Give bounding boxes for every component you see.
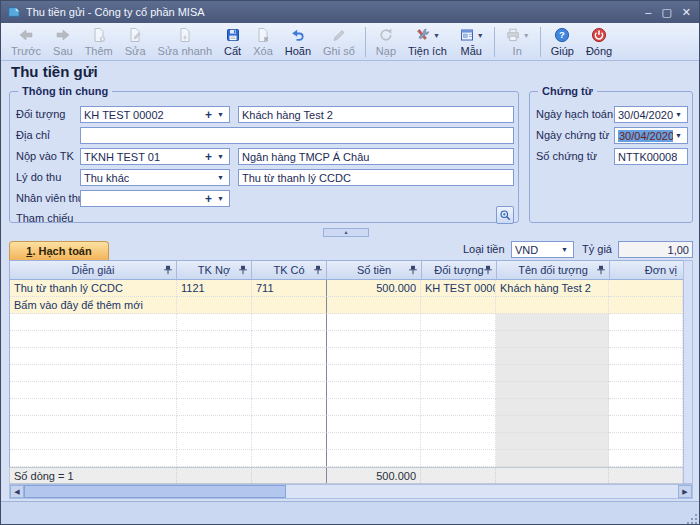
grid-cell[interactable] — [10, 450, 177, 467]
grid-cell[interactable] — [10, 382, 177, 399]
reference-zoom-button[interactable] — [496, 206, 514, 224]
grid-cell[interactable] — [252, 297, 327, 314]
grid-cell[interactable] — [496, 314, 609, 331]
grid-cell[interactable] — [609, 382, 683, 399]
grid-cell[interactable] — [496, 433, 609, 450]
grid-cell[interactable] — [326, 297, 421, 314]
grid-cell[interactable] — [421, 399, 496, 416]
nop-vao-tk-combo[interactable]: TKNH TEST 01 + ▼ — [80, 148, 230, 165]
sua-nhanh-button[interactable]: Sửa nhanh — [152, 24, 218, 60]
column-header-2[interactable]: TK Có — [252, 261, 327, 279]
grid-cell[interactable]: 1121 — [177, 280, 252, 297]
grid-cell[interactable] — [326, 331, 421, 348]
ty-gia-input[interactable]: 1,00 — [618, 241, 693, 258]
grid-cell[interactable] — [326, 365, 421, 382]
hoan-button[interactable]: Hoãn — [279, 24, 317, 60]
dropdown-arrow-icon[interactable]: ▼ — [433, 32, 440, 39]
collapse-panel-button[interactable]: ▲ — [323, 228, 369, 237]
grid-cell[interactable] — [326, 433, 421, 450]
grid-cell[interactable] — [177, 331, 252, 348]
tien-ich-button[interactable]: ▼Tiện ích — [402, 24, 453, 60]
grid-cell[interactable] — [10, 433, 177, 450]
grid-cell[interactable]: Bấm vào đây để thêm mới — [10, 297, 177, 314]
grid-cell[interactable] — [609, 416, 683, 433]
sua-button[interactable]: Sửa — [119, 24, 152, 60]
pushpin-icon[interactable] — [596, 265, 606, 275]
chevron-down-icon[interactable]: ▼ — [673, 132, 684, 139]
grid-cell[interactable] — [177, 314, 252, 331]
truoc-button[interactable]: Trước — [5, 24, 47, 60]
grid-cell[interactable] — [496, 382, 609, 399]
grid-cell[interactable] — [326, 314, 421, 331]
grid-cell[interactable] — [421, 314, 496, 331]
grid-cell[interactable] — [326, 416, 421, 433]
grid-cell[interactable] — [609, 399, 683, 416]
chevron-down-icon[interactable]: ▼ — [673, 111, 684, 118]
grid-cell[interactable] — [609, 297, 683, 314]
dong-button[interactable]: Đóng — [580, 24, 618, 60]
grid-cell[interactable] — [10, 416, 177, 433]
grid-cell[interactable] — [10, 314, 177, 331]
grid-cell[interactable] — [421, 433, 496, 450]
in-button[interactable]: ▼In — [499, 24, 536, 60]
chevron-down-icon[interactable]: ▼ — [559, 246, 570, 253]
grid-cell[interactable] — [252, 399, 327, 416]
minimize-button[interactable]: – — [645, 6, 651, 19]
grid-cell[interactable] — [177, 433, 252, 450]
scrollbar-track[interactable] — [286, 485, 678, 498]
close-button[interactable]: ✕ — [682, 6, 691, 19]
doi-tuong-code[interactable]: KH TEST 00002 — [84, 109, 164, 121]
column-header-3[interactable]: Số tiền — [327, 261, 422, 279]
grid-cell[interactable] — [609, 365, 683, 382]
grid-cell[interactable] — [177, 416, 252, 433]
add-new-employee-icon[interactable]: + — [202, 194, 215, 204]
column-header-0[interactable]: Diễn giải — [10, 261, 177, 279]
grid-cell[interactable] — [252, 365, 327, 382]
pushpin-icon[interactable] — [238, 265, 248, 275]
pushpin-icon[interactable] — [408, 265, 418, 275]
them-button[interactable]: Thêm — [79, 24, 119, 60]
add-new-object-icon[interactable]: + — [202, 110, 215, 120]
grid-cell[interactable] — [252, 331, 327, 348]
grid-cell[interactable] — [252, 382, 327, 399]
cat-button[interactable]: Cất — [218, 24, 247, 60]
scroll-left-icon[interactable]: ◀ — [10, 485, 24, 498]
dropdown-arrow-icon[interactable]: ▼ — [477, 32, 484, 39]
chevron-down-icon[interactable]: ▼ — [215, 174, 226, 181]
grid-cell[interactable] — [326, 399, 421, 416]
column-header-5[interactable]: Tên đối tượng — [497, 261, 610, 279]
grid-cell[interactable] — [252, 433, 327, 450]
grid-cell[interactable] — [496, 416, 609, 433]
nhan-vien-thu-combo[interactable]: + ▼ — [80, 190, 230, 207]
grid-cell[interactable] — [609, 314, 683, 331]
grid-cell[interactable] — [326, 348, 421, 365]
ly-do-thu-combo[interactable]: Thu khác ▼ — [80, 169, 230, 186]
column-header-6[interactable]: Đơn vị — [610, 261, 684, 279]
grid-cell[interactable] — [421, 450, 496, 467]
grid-cell[interactable] — [177, 297, 252, 314]
pushpin-icon[interactable] — [483, 265, 493, 275]
grid-cell[interactable] — [496, 365, 609, 382]
grid-cell[interactable] — [10, 399, 177, 416]
dia-chi-input[interactable] — [80, 127, 514, 144]
column-header-1[interactable]: TK Nợ — [177, 261, 252, 279]
grid-cell[interactable] — [421, 365, 496, 382]
chevron-down-icon[interactable]: ▼ — [215, 195, 226, 202]
doi-tuong-combo[interactable]: KH TEST 00002 + ▼ — [80, 106, 230, 123]
loai-tien-combo[interactable]: VND ▼ — [511, 241, 574, 258]
grid-cell[interactable] — [326, 382, 421, 399]
grid-cell[interactable] — [326, 450, 421, 467]
pushpin-icon[interactable] — [163, 265, 173, 275]
grid-cell[interactable] — [252, 416, 327, 433]
grid-cell[interactable] — [421, 297, 496, 314]
grid-cell[interactable] — [496, 297, 609, 314]
grid-cell[interactable] — [177, 450, 252, 467]
grid-cell[interactable] — [10, 348, 177, 365]
mau-button[interactable]: ▼Mẫu — [453, 24, 490, 60]
grid-cell[interactable] — [496, 399, 609, 416]
tab-hach-toan[interactable]: 1. Hạch toán — [9, 241, 109, 260]
add-new-account-icon[interactable]: + — [202, 152, 215, 162]
grid-cell[interactable]: Thu từ thanh lý CCDC — [10, 280, 177, 297]
maximize-button[interactable]: ▢ — [661, 6, 671, 19]
grid-cell[interactable] — [609, 450, 683, 467]
